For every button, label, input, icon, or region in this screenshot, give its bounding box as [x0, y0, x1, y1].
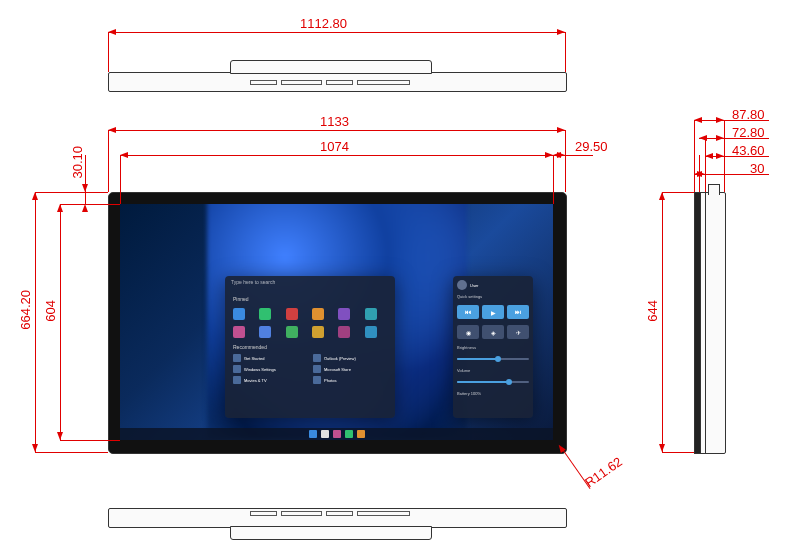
qs-wifi-icon: ◉: [457, 325, 479, 339]
recommended-item-label: Microsoft Store: [324, 367, 351, 372]
recommended-item: Windows Settings: [233, 365, 307, 373]
battery-label: Battery 100%: [457, 391, 529, 396]
recommended-label: Recommended: [225, 342, 395, 352]
dim-top-width: 1112.80: [300, 16, 347, 31]
side-view-front-glass: [694, 192, 701, 454]
recommended-item: Outlook (Preview): [313, 354, 387, 362]
taskbar-app-icon: [309, 430, 317, 438]
qs-next-icon: ⏭: [507, 305, 529, 319]
dim-front-width-outer: 1133: [320, 114, 349, 129]
pinned-grid: [225, 304, 395, 342]
qs-prev-icon: ⏮: [457, 305, 479, 319]
dim-line-644: [662, 192, 663, 452]
taskbar: [120, 428, 553, 440]
bottom-view-mount: [230, 526, 432, 540]
dim-line-30v: [85, 155, 86, 204]
pinned-app-icon: [233, 308, 245, 320]
qs-button-row: ⏮ ▶ ⏭: [457, 305, 529, 319]
file-icon: [313, 354, 321, 362]
recommended-item-label: Movies & TV: [244, 378, 267, 383]
dim-bezel-right: 29.50: [575, 139, 608, 154]
file-icon: [233, 354, 241, 362]
taskbar-app-icon: [333, 430, 341, 438]
front-view-screen: Type here to search Pinned Recommended G…: [120, 204, 553, 440]
pinned-app-icon: [259, 326, 271, 338]
pinned-app-icon: [365, 308, 377, 320]
user-avatar-icon: [457, 280, 467, 290]
recommended-item-label: Photos: [324, 378, 336, 383]
pinned-label: Pinned: [225, 294, 395, 304]
quick-settings-panel: User Quick settings ⏮ ▶ ⏭ ◉ ◈ ✈ Brightne…: [453, 276, 533, 418]
recommended-item: Movies & TV: [233, 376, 307, 384]
pinned-app-icon: [233, 326, 245, 338]
pinned-app-icon: [286, 308, 298, 320]
dim-line-1133: [108, 130, 565, 131]
file-icon: [313, 365, 321, 373]
dim-front-height-inner: 604: [43, 300, 58, 322]
qs-button-row-2: ◉ ◈ ✈: [457, 325, 529, 339]
brightness-label: Brightness: [457, 345, 529, 350]
file-icon: [233, 365, 241, 373]
start-menu: Type here to search Pinned Recommended G…: [225, 276, 395, 418]
bottom-view-ports: [250, 511, 410, 516]
taskbar-app-icon: [345, 430, 353, 438]
dim-side-depth-4: 30: [750, 161, 764, 176]
dim-side-depth-2: 72.80: [732, 125, 765, 140]
dim-front-height-outer: 664.20: [18, 290, 33, 330]
dim-line-664: [35, 192, 36, 452]
qs-bluetooth-icon: ◈: [482, 325, 504, 339]
volume-label: Volume: [457, 368, 529, 373]
qs-airplane-icon: ✈: [507, 325, 529, 339]
dim-line-1074: [120, 155, 553, 156]
volume-slider: [457, 381, 529, 383]
taskbar-app-icon: [357, 430, 365, 438]
recommended-item-label: Get Started: [244, 356, 264, 361]
dim-line-604: [60, 204, 61, 440]
dim-corner-radius: R11.62: [582, 454, 625, 490]
pinned-app-icon: [338, 308, 350, 320]
pinned-app-icon: [286, 326, 298, 338]
recommended-item-label: Windows Settings: [244, 367, 276, 372]
pinned-app-icon: [312, 308, 324, 320]
recommended-item: Microsoft Store: [313, 365, 387, 373]
dim-side-depth-1: 87.80: [732, 107, 765, 122]
recommended-item: Get Started: [233, 354, 307, 362]
pinned-app-icon: [365, 326, 377, 338]
search-placeholder: Type here to search: [231, 279, 275, 285]
qs-title: Quick settings: [457, 294, 529, 299]
dim-side-depth-3: 43.60: [732, 143, 765, 158]
dim-side-height: 644: [645, 300, 660, 322]
top-view-ports: [250, 80, 410, 85]
dim-line-top-width: [108, 32, 565, 33]
pinned-app-icon: [312, 326, 324, 338]
file-icon: [233, 376, 241, 384]
dim-front-width-inner: 1074: [320, 139, 349, 154]
side-view-bracket: [708, 184, 720, 195]
top-view-mount: [230, 60, 432, 74]
start-menu-search: Type here to search: [225, 276, 395, 294]
file-icon: [313, 376, 321, 384]
pinned-app-icon: [259, 308, 271, 320]
pinned-app-icon: [338, 326, 350, 338]
dim-bezel-top: 30.10: [70, 146, 85, 179]
recommended-grid: Get StartedOutlook (Preview)Windows Sett…: [225, 352, 395, 386]
recommended-item-label: Outlook (Preview): [324, 356, 356, 361]
brightness-slider: [457, 358, 529, 360]
recommended-item: Photos: [313, 376, 387, 384]
qs-play-icon: ▶: [482, 305, 504, 319]
user-label: User: [470, 283, 478, 288]
taskbar-app-icon: [321, 430, 329, 438]
